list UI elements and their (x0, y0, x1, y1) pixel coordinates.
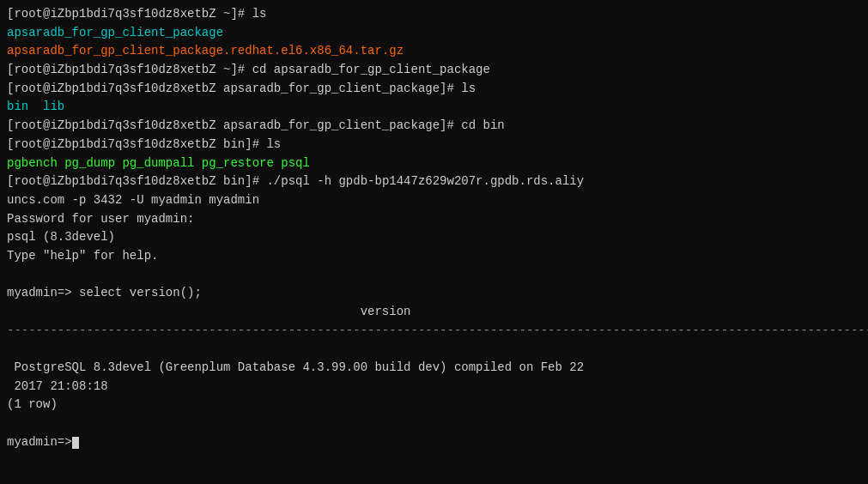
output-text: psql (8.3devel) (7, 230, 115, 244)
terminal-line (7, 340, 861, 359)
terminal-line: apsaradb_for_gp_client_package.redhat.el… (7, 42, 861, 61)
command: ls (252, 7, 267, 21)
output-text: lib (43, 100, 64, 113)
terminal-line: 2017 21:08:18 (7, 378, 861, 396)
output-text: psql (281, 156, 310, 170)
prompt: [root@iZbp1bdi7q3sf10dz8xetbZ apsaradb_f… (7, 118, 461, 132)
terminal-line: [root@iZbp1bdi7q3sf10dz8xetbZ ~]# ls (7, 5, 861, 24)
terminal-line[interactable]: myadmin=> (7, 433, 861, 452)
command: ls (461, 82, 476, 95)
cursor (72, 437, 79, 449)
db-command: select version(); (79, 286, 202, 299)
db-prompt: myadmin=> (7, 286, 79, 299)
prompt: [root@iZbp1bdi7q3sf10dz8xetbZ bin]# (7, 174, 266, 188)
terminal-line: Password for user myadmin: (7, 210, 861, 229)
output-text: pgbench (7, 156, 58, 170)
terminal-line: uncs.com -p 3432 -U myadmin myadmin (7, 191, 861, 210)
command-continuation: uncs.com -p 3432 -U myadmin myadmin (7, 193, 259, 207)
terminal-line: [root@iZbp1bdi7q3sf10dz8xetbZ ~]# cd aps… (7, 61, 861, 80)
output-text: bin (7, 100, 28, 113)
terminal-line: version (7, 303, 861, 322)
terminal-line: [root@iZbp1bdi7q3sf10dz8xetbZ bin]# ls (7, 136, 861, 154)
output-text: pg_dumpall (122, 156, 194, 170)
command: cd bin (461, 118, 504, 132)
terminal-line: apsaradb_for_gp_client_package (7, 24, 861, 43)
output-text: 2017 21:08:18 (7, 379, 108, 393)
prompt: [root@iZbp1bdi7q3sf10dz8xetbZ bin]# (7, 137, 266, 151)
output-text: Password for user myadmin: (7, 212, 194, 226)
output-text (28, 100, 43, 113)
output-text: apsaradb_for_gp_client_package.redhat.el… (7, 44, 404, 57)
output-text: Type "help" for help. (7, 249, 158, 263)
command: cd apsaradb_for_gp_client_package (252, 63, 490, 76)
terminal-line (7, 266, 861, 285)
prompt: [root@iZbp1bdi7q3sf10dz8xetbZ ~]# (7, 63, 252, 76)
terminal-line: Type "help" for help. (7, 247, 861, 266)
prompt: [root@iZbp1bdi7q3sf10dz8xetbZ ~]# (7, 7, 252, 21)
prompt: [root@iZbp1bdi7q3sf10dz8xetbZ apsaradb_f… (7, 82, 461, 95)
db-prompt-final: myadmin=> (7, 435, 72, 449)
terminal-line: [root@iZbp1bdi7q3sf10dz8xetbZ apsaradb_f… (7, 117, 861, 136)
column-header: version (7, 305, 410, 318)
output-text: PostgreSQL 8.3devel (Greenplum Database … (7, 360, 584, 374)
terminal-line: [root@iZbp1bdi7q3sf10dz8xetbZ bin]# ./ps… (7, 172, 861, 191)
separator-line: ----------------------------------------… (7, 322, 861, 341)
terminal-window: [root@iZbp1bdi7q3sf10dz8xetbZ ~]# ls aps… (0, 0, 868, 484)
terminal-line: pgbench pg_dump pg_dumpall pg_restore ps… (7, 154, 861, 173)
output-text: apsaradb_for_gp_client_package (7, 26, 223, 39)
command: ls (266, 137, 281, 151)
terminal-line (7, 414, 861, 433)
output-text: pg_dump (64, 156, 115, 170)
command: ./psql -h gpdb-bp1447z629w207r.gpdb.rds.… (266, 174, 584, 188)
terminal-line: [root@iZbp1bdi7q3sf10dz8xetbZ apsaradb_f… (7, 80, 861, 99)
terminal-line: psql (8.3devel) (7, 228, 861, 247)
output-text: pg_restore (202, 156, 274, 170)
terminal-line: myadmin=> select version(); (7, 284, 861, 303)
terminal-line: (1 row) (7, 396, 861, 414)
output-text: (1 row) (7, 397, 58, 411)
terminal-line: bin lib (7, 98, 861, 117)
terminal-line: PostgreSQL 8.3devel (Greenplum Database … (7, 359, 861, 378)
